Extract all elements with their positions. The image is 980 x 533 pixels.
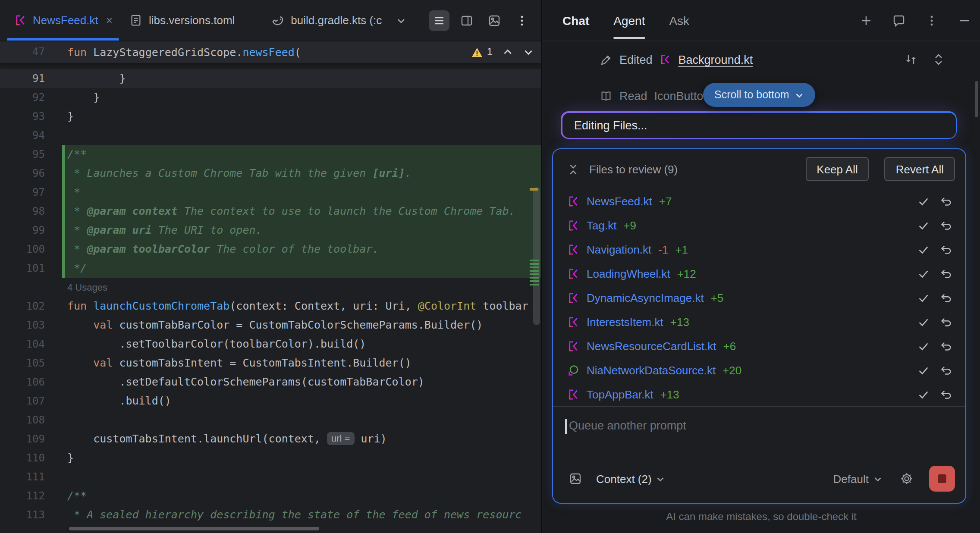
stop-button[interactable]	[929, 466, 955, 492]
show-diff-icon[interactable]	[904, 53, 918, 66]
chat-scrollbar[interactable]	[975, 81, 978, 117]
prompt-input[interactable]: Queue another prompt	[553, 407, 965, 461]
diff-added: +12	[677, 267, 696, 280]
editor-vertical-scrollbar[interactable]	[533, 187, 540, 325]
code-line: 92 }	[0, 88, 541, 107]
warning-count: 1	[487, 41, 493, 63]
file-review-row: Navigation.kt -1 +1	[553, 237, 965, 261]
files-to-review-panel: Files to review (9) Keep All Revert All …	[552, 148, 966, 504]
keep-file-check-icon[interactable]	[915, 338, 931, 354]
editor-pane: NewsFeed.kt × libs.versions.toml build.g…	[0, 0, 542, 533]
prompt-placeholder: Queue another prompt	[569, 419, 686, 432]
split-editor-icon[interactable]	[456, 10, 477, 31]
settings-gear-icon[interactable]	[896, 468, 917, 489]
file-link[interactable]: Tag.kt	[587, 219, 616, 232]
keep-all-button[interactable]: Keep All	[805, 157, 869, 181]
code-editor[interactable]: 91 }92 }93}9495/**96 * Launches a Custom…	[0, 41, 541, 533]
more-options-icon[interactable]	[512, 10, 532, 31]
context-selector[interactable]: Context (2)	[596, 472, 666, 485]
diff-added: +5	[711, 291, 724, 304]
model-selector[interactable]: Default	[833, 472, 883, 485]
revert-file-icon[interactable]	[938, 290, 953, 305]
tab-ask[interactable]: Ask	[669, 0, 689, 41]
revert-file-icon[interactable]	[938, 217, 953, 233]
chat-more-options-icon[interactable]	[921, 10, 942, 31]
keep-file-check-icon[interactable]	[915, 386, 931, 402]
tab-agent[interactable]: Agent	[613, 0, 645, 41]
editor-tab-bar: NewsFeed.kt × libs.versions.toml build.g…	[0, 0, 541, 41]
revert-all-button[interactable]: Revert All	[885, 157, 955, 181]
chat-header: Chat Agent Ask	[543, 0, 980, 41]
hide-panel-icon[interactable]	[954, 10, 975, 31]
stop-square-icon	[938, 474, 946, 483]
collapse-icon[interactable]	[565, 161, 581, 177]
attach-image-icon[interactable]	[565, 468, 586, 489]
keep-file-check-icon[interactable]	[915, 266, 931, 281]
history-action: Edited	[619, 53, 653, 66]
context-label: Context (2)	[596, 472, 652, 485]
keep-file-check-icon[interactable]	[915, 241, 931, 257]
code-line: 95/**	[0, 145, 541, 164]
screenshot-icon[interactable]	[484, 10, 505, 31]
file-link[interactable]: NewsResourceCardList.kt	[587, 339, 716, 352]
tab-libs-versions-toml[interactable]: libs.versions.toml	[121, 0, 243, 41]
file-link[interactable]: InterestsItem.kt	[587, 315, 663, 328]
read-icon	[600, 89, 612, 102]
code-line: 113 * A sealed hierarchy describing the …	[0, 505, 541, 524]
revert-file-icon[interactable]	[938, 266, 953, 281]
code-line: 109 customTabsIntent.launchUrl(context, …	[0, 430, 541, 448]
hidden-tabs-chevron-icon[interactable]	[392, 12, 409, 29]
keep-file-check-icon[interactable]	[915, 314, 931, 329]
new-chat-plus-icon[interactable]	[856, 10, 876, 31]
file-link[interactable]: DynamicAsyncImage.kt	[587, 291, 704, 304]
warning-icon[interactable]	[471, 46, 484, 58]
revert-file-icon[interactable]	[938, 338, 953, 354]
list-view-icon[interactable]	[429, 10, 449, 31]
revert-file-icon[interactable]	[938, 193, 953, 209]
next-issue-chevron-icon[interactable]	[523, 47, 534, 58]
history-edited-row[interactable]: Edited Background.kt	[600, 50, 945, 69]
file-review-row: Tag.kt +9	[553, 213, 965, 237]
expand-collapse-icon[interactable]	[932, 53, 945, 66]
file-review-row: InterestsItem.kt +13	[553, 310, 965, 334]
edited-file-link[interactable]: Background.kt	[678, 53, 753, 66]
close-tab-icon[interactable]: ×	[106, 14, 113, 27]
chat-title: Chat	[562, 13, 589, 27]
keep-file-check-icon[interactable]	[915, 290, 931, 305]
file-review-list: NewsFeed.kt +7 Tag.kt +9 Navigation.kt	[553, 189, 965, 406]
file-link[interactable]: NiaNetworkDataSource.kt	[587, 364, 716, 376]
file-review-row: LoadingWheel.kt +12	[553, 261, 965, 285]
editor-horizontal-scrollbar[interactable]	[69, 527, 319, 530]
keep-file-check-icon[interactable]	[915, 362, 931, 378]
file-link[interactable]: LoadingWheel.kt	[587, 267, 670, 280]
revert-file-icon[interactable]	[938, 314, 953, 329]
scrollbar-added-lines-mark	[530, 260, 539, 287]
code-line: 106 .setDefaultColorSchemeParams(customT…	[0, 373, 541, 392]
diff-added: +13	[670, 315, 689, 328]
revert-file-icon[interactable]	[938, 241, 953, 257]
code-line: 108	[0, 411, 541, 430]
keep-file-check-icon[interactable]	[915, 193, 931, 209]
kotlin-file-icon	[567, 194, 580, 207]
revert-file-icon[interactable]	[938, 362, 953, 378]
diff-added: +7	[659, 194, 672, 207]
tab-newsfeed-kt[interactable]: NewsFeed.kt ×	[5, 0, 121, 41]
conversations-icon[interactable]	[889, 10, 909, 31]
diff-added: +1	[675, 243, 688, 256]
revert-file-icon[interactable]	[938, 386, 953, 402]
code-line: 107 .build()	[0, 392, 541, 411]
tab-label: NewsFeed.kt	[33, 14, 98, 27]
keep-file-check-icon[interactable]	[915, 217, 931, 233]
tab-build-gradle-kts[interactable]: build.gradle.kts (:c	[262, 0, 390, 41]
file-link[interactable]: TopAppBar.kt	[587, 388, 653, 401]
file-link[interactable]: Navigation.kt	[587, 243, 651, 256]
scroll-to-bottom-button[interactable]: Scroll to bottom	[703, 83, 815, 107]
chevron-down-icon	[873, 474, 883, 483]
file-link[interactable]: NewsFeed.kt	[587, 194, 652, 207]
diff-added: +20	[722, 364, 741, 376]
code-line: 94	[0, 126, 541, 145]
code-line: 97 *	[0, 183, 541, 202]
kotlin-file-icon	[567, 339, 580, 352]
prev-issue-chevron-icon[interactable]	[502, 47, 513, 58]
file-review-row: NiaNetworkDataSource.kt +20	[553, 358, 965, 382]
